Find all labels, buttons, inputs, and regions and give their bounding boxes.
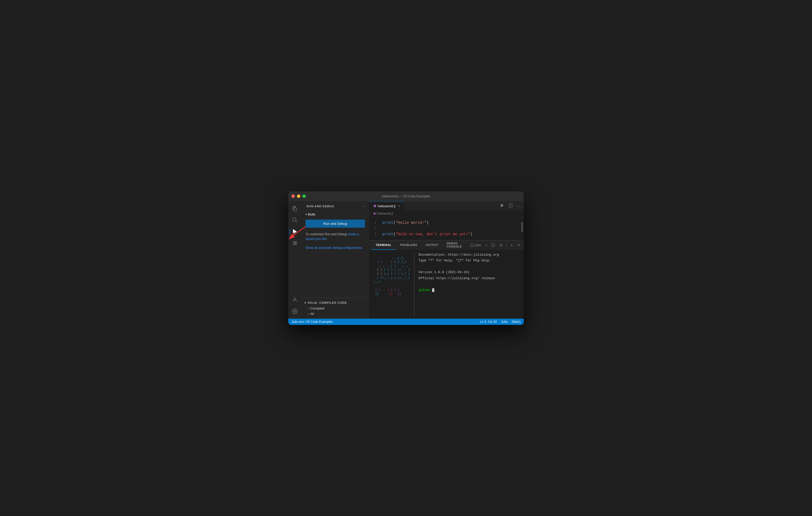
- chevron-right-icon: ›: [308, 307, 309, 310]
- julia-section-header[interactable]: ▾ JULIA: COMPILED CODE: [301, 300, 369, 306]
- terminal-line-2: Type "?" for help, "]?" for Pkg help.: [418, 258, 499, 264]
- julia-item-label: Compiled: [310, 306, 324, 310]
- julia-prompt: julia>: [418, 288, 432, 292]
- minimize-button[interactable]: [297, 194, 300, 198]
- tab-terminal[interactable]: TERMINAL: [372, 241, 396, 250]
- close-button[interactable]: [291, 194, 295, 198]
- run-section: ▾ RUN Run and Debug To customize Run and…: [301, 211, 369, 298]
- code-line-3: 3 print("Hold on now, don't print me yet…: [369, 231, 524, 237]
- line-number: 2: [369, 226, 382, 230]
- status-branch[interactable]: (Main): [512, 320, 521, 324]
- tab-output[interactable]: OUTPUT: [422, 241, 442, 250]
- show-configs-link[interactable]: Show all automatic debug configurations.: [306, 245, 365, 250]
- sidebar-header-icons: ···: [362, 204, 366, 209]
- vscode-window: helloworld.jl — VS Code Examples: [288, 191, 524, 325]
- terminal-separator: [414, 252, 414, 316]
- run-description-text: To customize Run and Debug: [306, 232, 348, 236]
- julia-chevron-icon: ▾: [304, 301, 306, 305]
- tab-problems[interactable]: PROBLEMS: [396, 241, 422, 250]
- tab-label: helloworld.jl: [378, 204, 396, 208]
- tab-close-button[interactable]: ×: [398, 204, 400, 208]
- search-icon[interactable]: [290, 215, 300, 225]
- extensions-icon[interactable]: [290, 238, 300, 248]
- editor-tab-helloworld[interactable]: helloworld.jl ×: [369, 201, 404, 211]
- terminal-prompt-line: julia>: [418, 287, 499, 293]
- svg-marker-13: [501, 204, 503, 207]
- run-and-debug-button[interactable]: Run and Debug: [306, 219, 365, 228]
- editor-tab-actions: ···: [499, 202, 524, 209]
- julia-compiled-item[interactable]: › Compiled: [301, 306, 369, 311]
- main-content: helloworld.jl × ···: [369, 201, 524, 318]
- status-right: Ln 3, Col 42 Julia (Main): [480, 320, 521, 324]
- sidebar: RUN AND DEBUG ··· ▾ RUN Run and Debug To…: [301, 201, 369, 318]
- split-editor-icon[interactable]: [507, 202, 514, 209]
- terminal-empty: [418, 264, 499, 270]
- editor-scrollbar[interactable]: [521, 217, 524, 240]
- svg-point-8: [293, 243, 295, 245]
- titlebar: helloworld.jl — VS Code Examples: [288, 191, 524, 201]
- show-configs-text: Show all automatic debug configurations.: [306, 246, 363, 250]
- panel-tabs: TERMINAL PROBLEMS OUTPUT DEBUG CONSOLE j…: [369, 241, 524, 250]
- terminal-split-icon[interactable]: [490, 243, 496, 247]
- scrollbar-thumb[interactable]: [521, 222, 523, 232]
- maximize-button[interactable]: [302, 194, 306, 198]
- tab-debug-console[interactable]: DEBUG CONSOLE: [442, 241, 468, 250]
- julia-file-icon: [374, 205, 376, 207]
- run-icon[interactable]: [499, 202, 506, 209]
- terminal-label: julia: [475, 243, 481, 247]
- account-icon[interactable]: [290, 295, 300, 305]
- code-keyword: print: [382, 221, 394, 225]
- sidebar-title: RUN AND DEBUG: [307, 205, 334, 208]
- panel-actions: julia +: [468, 243, 522, 247]
- code-keyword: print: [382, 232, 394, 236]
- terminal-text: Documentation: https://docs.julialang.or…: [418, 252, 499, 316]
- svg-line-3: [296, 221, 297, 222]
- run-description-suffix: .: [326, 237, 327, 241]
- breadcrumb-label: helloworld.jl: [377, 212, 393, 215]
- run-collapse[interactable]: ▾ RUN: [306, 213, 365, 216]
- svg-point-5: [292, 232, 294, 234]
- run-debug-icon[interactable]: [290, 226, 300, 237]
- close-panel-icon[interactable]: ✕: [516, 243, 522, 247]
- code-editor[interactable]: 1 print("Hello World!") 2 3 print("Hold …: [369, 217, 524, 240]
- divider: [506, 243, 507, 247]
- traffic-lights: [291, 194, 306, 198]
- status-ln-col[interactable]: Ln 3, Col 42: [480, 320, 497, 324]
- julia-item-label: All: [310, 312, 314, 316]
- delete-terminal-icon[interactable]: [498, 243, 504, 247]
- svg-point-11: [294, 310, 296, 312]
- status-env[interactable]: Julia env: VS Code Examples: [291, 320, 333, 324]
- code-line-2: 2: [369, 225, 524, 231]
- svg-point-10: [294, 298, 296, 300]
- status-bar: Julia env: VS Code Examples Ln 3, Col 42…: [288, 318, 524, 325]
- chevron-up-icon[interactable]: ∧: [509, 243, 515, 247]
- terminal-empty2: [418, 281, 499, 287]
- terminal-content[interactable]: _ _ _(_)_ (_) | (_) (_) _ _ _| |_ __ _ |…: [369, 250, 524, 318]
- code-paren: ): [470, 232, 472, 236]
- julia-all-item[interactable]: › All: [301, 311, 369, 316]
- more-options-icon[interactable]: ···: [362, 204, 366, 209]
- svg-point-7: [295, 241, 297, 243]
- run-label: RUN: [308, 213, 316, 216]
- add-terminal-button[interactable]: +: [484, 243, 489, 247]
- svg-point-2: [293, 218, 296, 221]
- files-icon[interactable]: [290, 203, 300, 214]
- chevron-down-icon: ▾: [306, 213, 307, 216]
- status-language[interactable]: Julia: [501, 320, 508, 324]
- settings-icon[interactable]: [290, 306, 300, 316]
- terminal-shell-icon[interactable]: julia: [468, 243, 483, 247]
- window-title: helloworld.jl — VS Code Examples: [382, 194, 430, 198]
- line-content: [382, 226, 384, 231]
- code-line-1: 1 print("Hello World!"): [369, 220, 524, 225]
- line-number: 3: [369, 232, 382, 236]
- svg-point-9: [295, 243, 297, 245]
- julia-logo-art: _ _ _(_)_ (_) | (_) (_) _ _ _| |_ __ _ |…: [374, 252, 410, 316]
- code-paren: ): [427, 221, 429, 225]
- activity-bar: [288, 201, 301, 318]
- code-string: "Hello World!": [396, 221, 427, 225]
- terminal-line-3: Version 1.6.0 (2021-03-24): [418, 270, 499, 275]
- line-content: print("Hello World!"): [382, 221, 429, 225]
- breadcrumb-file-icon: [374, 213, 376, 215]
- more-actions-icon[interactable]: ···: [515, 203, 522, 209]
- activity-bar-bottom: [290, 295, 300, 318]
